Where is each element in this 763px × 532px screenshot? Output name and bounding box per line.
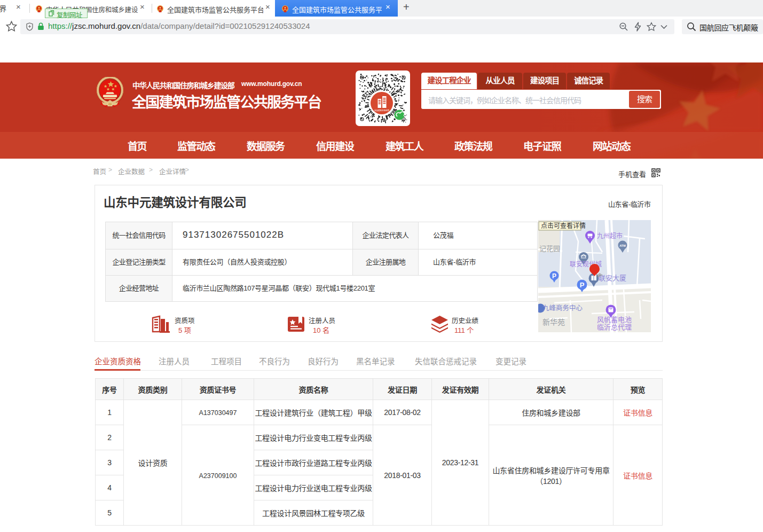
svg-text:ATM: ATM bbox=[619, 244, 626, 247]
svg-text:九峰商务中心: 九峰商务中心 bbox=[542, 304, 583, 312]
svg-text:全国建筑市场监管: 全国建筑市场监管 bbox=[374, 109, 389, 112]
svg-text:点击可查看详情: 点击可查看详情 bbox=[541, 222, 586, 230]
svg-text:新华苑: 新华苑 bbox=[542, 318, 565, 326]
svg-text:P: P bbox=[580, 281, 585, 289]
svg-text:风帆蓄电池: 风帆蓄电池 bbox=[597, 316, 632, 324]
svg-text:联安大厦: 联安大厦 bbox=[599, 274, 626, 282]
svg-text:P: P bbox=[552, 272, 556, 280]
svg-text:记花园: 记花园 bbox=[539, 245, 560, 253]
svg-text:临沂总代理: 临沂总代理 bbox=[597, 323, 632, 331]
svg-text:九州超市: 九州超市 bbox=[597, 232, 623, 240]
